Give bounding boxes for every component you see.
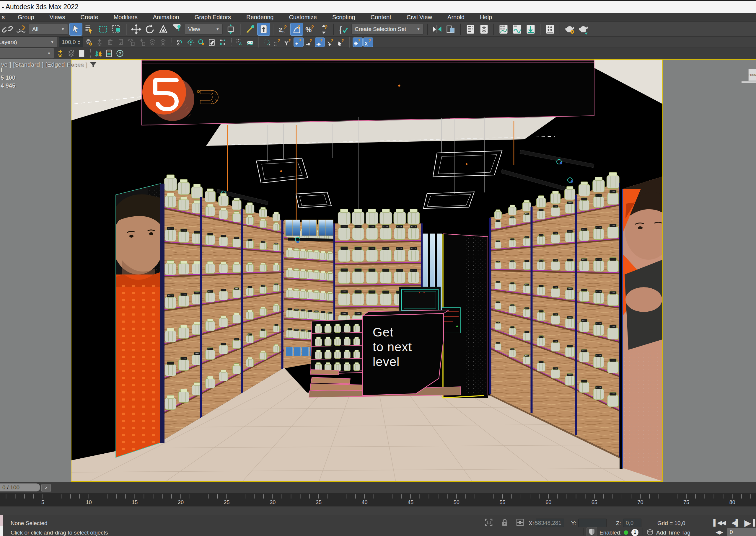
menu-item-create[interactable]: Create: [73, 13, 106, 22]
center-display-button[interactable]: [186, 38, 196, 47]
signage-band[interactable]: [142, 60, 594, 125]
toggle-scene-explorer-button[interactable]: [464, 23, 477, 36]
snaps-toggle-2-5-button[interactable]: 25?: [277, 23, 290, 36]
select-and-link-button[interactable]: [1, 23, 14, 36]
selection-lock-icon[interactable]: [500, 518, 509, 527]
edit-named-selection-sets-button[interactable]: {: [337, 23, 350, 36]
shield-icon[interactable]: [587, 527, 597, 536]
named-selection-set-dropdown[interactable]: Create Selection Set▼: [351, 24, 424, 35]
menu-item-views[interactable]: Views: [42, 13, 73, 22]
material-editor-button[interactable]: [544, 23, 557, 36]
select-object-button[interactable]: [69, 23, 83, 36]
layer-list-button[interactable]: [66, 49, 76, 58]
current-frame-field[interactable]: 0: [727, 528, 756, 536]
absolute-mode-icon[interactable]: [516, 518, 525, 527]
menu-item-customize[interactable]: Customize: [281, 13, 324, 22]
reference-coordinate-system-dropdown[interactable]: View▼: [185, 24, 223, 35]
use-pivot-point-center-button[interactable]: [224, 23, 237, 36]
snap-normal-button[interactable]: ?: [326, 38, 335, 47]
add-time-tag[interactable]: Add Time Tag: [656, 529, 690, 536]
mirror-button[interactable]: [431, 23, 444, 36]
ghosting-toggle-button[interactable]: A: [234, 38, 245, 47]
rectangular-selection-region-button[interactable]: [97, 23, 110, 36]
help-button[interactable]: ?: [115, 49, 125, 58]
schematic-view-button[interactable]: [511, 23, 524, 36]
render-production-button[interactable]: [577, 23, 590, 36]
select-and-scale-button[interactable]: [157, 23, 170, 36]
angle-snap-toggle-button[interactable]: ?: [290, 23, 303, 36]
menu-item-arnold[interactable]: Arnold: [440, 13, 472, 22]
color-swatch-button[interactable]: [77, 49, 87, 58]
menu-item-civil-view[interactable]: Civil View: [399, 13, 440, 22]
freeze-by-layer-button[interactable]: [158, 38, 168, 47]
menu-item-graph-editors[interactable]: Graph Editors: [187, 13, 239, 22]
menu-item-rendering[interactable]: Rendering: [239, 13, 281, 22]
active-layer-dropdown[interactable]: ault)▼: [0, 48, 54, 59]
viewport-canvas-button[interactable]: [207, 38, 217, 47]
play-button[interactable]: ▶: [742, 518, 753, 528]
menu-item-group[interactable]: Group: [10, 13, 42, 22]
percent-snap-toggle-button[interactable]: %?: [304, 23, 317, 36]
snap-midpoint-button[interactable]: ?: [304, 38, 314, 47]
menu-item-content[interactable]: Content: [363, 13, 399, 22]
jar-display-rack[interactable]: [311, 319, 362, 374]
snap-face-button[interactable]: ?: [336, 38, 346, 47]
maxscript-mini-listener[interactable]: [0, 526, 3, 536]
unlink-selection-button[interactable]: [15, 23, 27, 36]
hide-by-layer-button[interactable]: [148, 38, 158, 47]
right-poster[interactable]: [620, 177, 662, 481]
time-slider-thumb[interactable]: 0 / 100: [0, 484, 40, 491]
transform-value-spinner[interactable]: 100,0▲▼: [59, 37, 83, 47]
current-layer-dropdown[interactable]: able Layers)▼: [0, 37, 57, 48]
display-subobjects-button[interactable]: [218, 38, 228, 47]
manage-layers-button[interactable]: [84, 38, 94, 47]
measure-tool-button[interactable]: [245, 38, 255, 47]
select-and-manipulate-button[interactable]: [244, 23, 257, 36]
enabled-count-badge[interactable]: 1: [632, 529, 638, 536]
snap-grid-points-button[interactable]: ?: [272, 38, 282, 47]
vegetation-tool-button[interactable]: [94, 49, 104, 58]
spinner-snap-toggle-button[interactable]: ?: [318, 23, 330, 36]
render-setup-button[interactable]: [563, 23, 576, 36]
select-by-name-button[interactable]: [83, 23, 96, 36]
soft-selection-button[interactable]: [262, 38, 272, 47]
curve-editor-button[interactable]: [497, 23, 510, 36]
report-document-button[interactable]: [104, 49, 114, 58]
maxscript-mini-listener-macro[interactable]: [0, 515, 3, 526]
selection-region-icon[interactable]: [484, 518, 493, 527]
snap-axis-constraint-toggle-button[interactable]: X?: [363, 38, 373, 47]
go-to-start-button[interactable]: ▌◀◀: [712, 518, 727, 527]
viewcube[interactable]: FRONT: [748, 69, 756, 81]
perspective-viewport[interactable]: Getto nextlevel: [71, 59, 663, 482]
snap-edge-button[interactable]: ?: [315, 38, 325, 47]
copy-to-layer-button[interactable]: [126, 38, 136, 47]
menu-item-scripting[interactable]: Scripting: [325, 13, 363, 22]
delete-layer-button[interactable]: [105, 38, 115, 47]
select-and-place-button[interactable]: [170, 23, 184, 36]
snap-pivot-button[interactable]: ?: [283, 38, 293, 47]
x-coordinate-field[interactable]: -58348,281: [536, 519, 564, 527]
window-crossing-button[interactable]: [110, 23, 123, 36]
menu-item-animation[interactable]: Animation: [145, 13, 187, 22]
align-button[interactable]: [444, 23, 458, 36]
menu-item-help[interactable]: Help: [472, 13, 500, 22]
select-and-rotate-button[interactable]: [143, 23, 156, 36]
z-coordinate-field[interactable]: 0,0: [623, 519, 641, 527]
selection-filter-dropdown[interactable]: All▼: [29, 24, 68, 35]
rendered-frame-window-button[interactable]: [524, 23, 537, 36]
toggle-see-through-button[interactable]: [196, 38, 206, 47]
y-coordinate-field[interactable]: [578, 519, 606, 527]
menu-item-s[interactable]: s: [0, 13, 10, 22]
select-and-move-button[interactable]: [130, 23, 143, 36]
snap-endpoint-button[interactable]: ?: [293, 38, 304, 47]
key-mode-toggle[interactable]: ◀▶: [713, 528, 725, 536]
isolate-selection-button[interactable]: [175, 38, 185, 47]
spinner-arrows-icon[interactable]: ▲▼: [78, 40, 81, 45]
track-bar-ruler[interactable]: 5101520253035404550556065707580: [0, 493, 756, 507]
toggle-layer-explorer-button[interactable]: [477, 23, 491, 36]
keyboard-shortcut-override-button[interactable]: [257, 23, 270, 36]
left-poster[interactable]: [112, 184, 164, 458]
menu-item-modifiers[interactable]: Modifiers: [106, 13, 145, 22]
create-new-layer-quick-button[interactable]: [55, 49, 66, 58]
next-frame-sliver[interactable]: ▌: [753, 518, 756, 527]
